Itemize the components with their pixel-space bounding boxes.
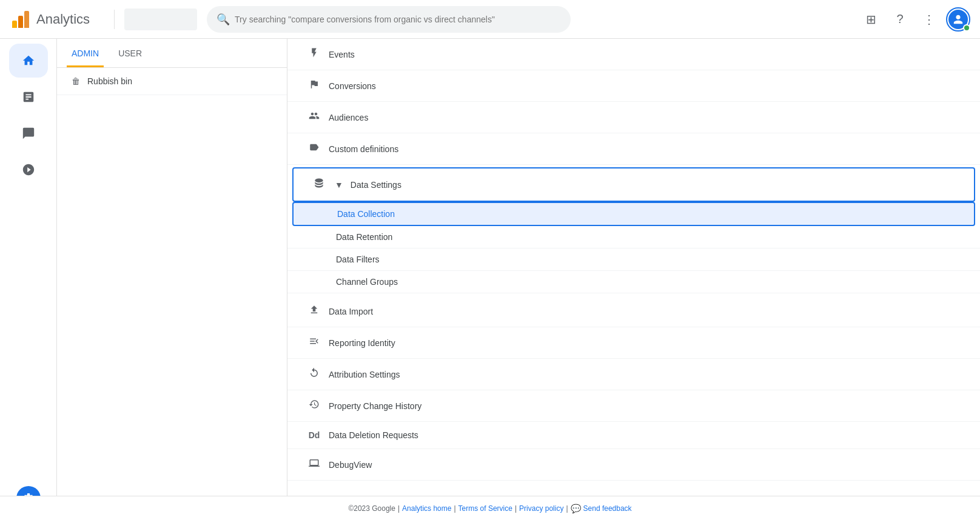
audiences-icon xyxy=(307,110,321,124)
explore-icon xyxy=(22,127,35,140)
data-import-icon xyxy=(307,304,321,318)
footer-sep1: | xyxy=(398,504,400,513)
sub-item-data-retention[interactable]: Data Retention xyxy=(287,226,980,248)
reports-icon xyxy=(22,90,35,104)
data-filters-label: Data Filters xyxy=(336,255,380,264)
tab-user[interactable]: USER xyxy=(113,39,147,67)
debugview-icon xyxy=(307,458,321,472)
grid-icon-button[interactable]: ⊞ xyxy=(859,7,883,32)
footer-sep2: | xyxy=(454,504,455,513)
footer-analytics-home-link[interactable]: Analytics home xyxy=(402,504,451,513)
right-panel: Events Conversions Audiences Custom defi… xyxy=(287,39,980,520)
footer: ©2023 Google | Analytics home | Terms of… xyxy=(0,496,980,520)
custom-definitions-icon xyxy=(307,142,321,156)
attribution-icon xyxy=(307,367,321,381)
analytics-logo-icon xyxy=(10,8,32,30)
help-icon: ? xyxy=(896,12,903,26)
data-settings-label: Data Settings xyxy=(351,180,401,190)
data-deletion-label: Data Deletion Requests xyxy=(329,430,418,440)
sub-item-data-collection[interactable]: Data Collection xyxy=(292,202,975,226)
footer-copyright: ©2023 Google xyxy=(348,504,395,513)
sidebar-item-explore[interactable] xyxy=(9,116,48,150)
feedback-icon: 💬 xyxy=(571,504,581,513)
data-settings-subitems: Data Collection Data Retention Data Filt… xyxy=(287,202,980,293)
app-title: Analytics xyxy=(36,12,90,27)
custom-definitions-label: Custom definitions xyxy=(329,144,398,154)
avatar-status-dot xyxy=(963,24,970,32)
property-history-label: Property Change History xyxy=(329,401,421,411)
channel-groups-label: Channel Groups xyxy=(336,277,398,287)
sidebar-item-advertising[interactable] xyxy=(9,153,48,187)
sub-item-channel-groups[interactable]: Channel Groups xyxy=(287,271,980,293)
data-settings-icon xyxy=(313,177,327,192)
advertising-icon xyxy=(22,163,35,176)
rubbish-icon: 🗑 xyxy=(72,76,80,86)
data-retention-label: Data Retention xyxy=(336,232,392,242)
footer-sep4: | xyxy=(566,504,568,513)
sub-item-data-filters[interactable]: Data Filters xyxy=(287,248,980,271)
data-collection-label: Data Collection xyxy=(337,209,395,219)
topbar: Analytics 🔍 ⊞ ? ⋮ xyxy=(0,0,980,39)
nav-item-data-settings[interactable]: ▼ Data Settings xyxy=(292,167,975,202)
more-icon: ⋮ xyxy=(923,12,935,27)
nav-item-reporting-identity[interactable]: Reporting Identity xyxy=(287,327,980,359)
audiences-label: Audiences xyxy=(329,113,368,122)
data-settings-arrow-icon: ▼ xyxy=(335,180,343,190)
topbar-actions: ⊞ ? ⋮ xyxy=(859,7,970,32)
nav-item-data-deletion[interactable]: Dd Data Deletion Requests xyxy=(287,422,980,449)
footer-terms-link[interactable]: Terms of Service xyxy=(458,504,512,513)
avatar-icon xyxy=(953,14,964,25)
nav-item-attribution-settings[interactable]: Attribution Settings xyxy=(287,359,980,390)
user-avatar[interactable] xyxy=(946,7,970,32)
data-import-label: Data Import xyxy=(329,307,373,316)
nav-item-conversions[interactable]: Conversions xyxy=(287,70,980,102)
account-selector[interactable] xyxy=(124,8,197,30)
sidebar xyxy=(0,39,57,520)
events-label: Events xyxy=(329,50,355,59)
more-options-button[interactable]: ⋮ xyxy=(917,7,941,32)
data-deletion-icon: Dd xyxy=(307,430,321,440)
nav-item-audiences[interactable]: Audiences xyxy=(287,102,980,133)
sidebar-item-home[interactable] xyxy=(9,44,48,78)
footer-feedback-link[interactable]: Send feedback xyxy=(583,504,632,513)
search-bar[interactable]: 🔍 xyxy=(207,6,571,33)
debugview-label: DebugView xyxy=(329,460,372,470)
conversions-label: Conversions xyxy=(329,81,376,91)
rubbish-bin-item[interactable]: 🗑 Rubbish bin xyxy=(57,68,287,95)
admin-user-tabs: ADMIN USER xyxy=(57,39,287,68)
footer-sep3: | xyxy=(515,504,517,513)
help-icon-button[interactable]: ? xyxy=(888,7,912,32)
footer-privacy-link[interactable]: Privacy policy xyxy=(519,504,563,513)
search-icon: 🔍 xyxy=(216,13,230,26)
nav-item-data-import[interactable]: Data Import xyxy=(287,296,980,327)
home-icon xyxy=(22,54,35,67)
sidebar-item-reports[interactable] xyxy=(9,80,48,114)
nav-item-events[interactable]: Events xyxy=(287,39,980,70)
topbar-divider xyxy=(114,10,115,29)
grid-icon: ⊞ xyxy=(866,12,876,27)
tab-admin[interactable]: ADMIN xyxy=(67,39,104,67)
left-panel: ADMIN USER 🗑 Rubbish bin xyxy=(57,39,287,520)
attribution-label: Attribution Settings xyxy=(329,370,400,379)
events-icon xyxy=(307,47,321,61)
nav-item-custom-definitions[interactable]: Custom definitions xyxy=(287,133,980,165)
nav-item-property-change-history[interactable]: Property Change History xyxy=(287,390,980,422)
search-input[interactable] xyxy=(235,15,561,24)
main-content: ADMIN USER 🗑 Rubbish bin Events Conversi… xyxy=(57,39,980,520)
reporting-identity-label: Reporting Identity xyxy=(329,338,395,348)
conversions-icon xyxy=(307,79,321,93)
logo-area: Analytics xyxy=(10,8,104,30)
property-history-icon xyxy=(307,399,321,413)
rubbish-label: Rubbish bin xyxy=(87,76,132,86)
nav-item-debugview[interactable]: DebugView xyxy=(287,449,980,481)
reporting-identity-icon xyxy=(307,336,321,350)
